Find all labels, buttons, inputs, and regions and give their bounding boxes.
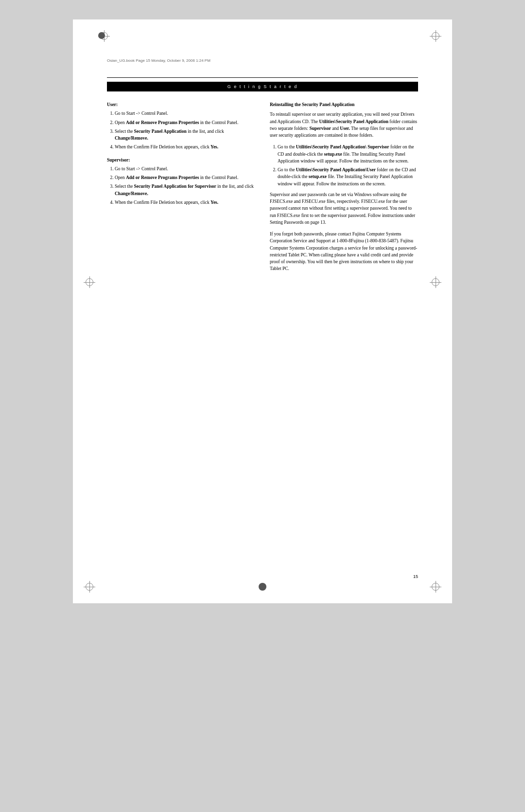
reg-mark-top-right bbox=[430, 30, 441, 42]
chapter-header: G e t t i n g S t a r t e d bbox=[107, 82, 418, 91]
right-column: Reinstalling the Security Panel Applicat… bbox=[270, 101, 418, 277]
user-step-1: Go to Start -> Control Panel. bbox=[115, 110, 255, 117]
user-label: User: bbox=[107, 101, 255, 108]
reg-mark-bottom-center bbox=[259, 583, 266, 591]
reinstall-step-1: Go to the Utilities\Security Panel Appli… bbox=[278, 144, 418, 164]
page-meta-line: Osian_UG.book Page 15 Monday, October 9,… bbox=[107, 58, 418, 63]
reinstall-paragraph-1: To reinstall supervisor or user security… bbox=[270, 111, 418, 139]
document-page: Osian_UG.book Page 15 Monday, October 9,… bbox=[73, 19, 452, 603]
reinstall-paragraph-3: If you forget both passwords, please con… bbox=[270, 231, 418, 272]
supervisor-step-2: Open Add or Remove Programs Properties i… bbox=[115, 174, 255, 181]
reinstall-paragraph-2: Supervisor and user passwords can be set… bbox=[270, 191, 418, 226]
reinstall-step-2: Go to the Utilities\Security Panel Appli… bbox=[278, 166, 418, 187]
user-step-3: Select the Security Panel Application in… bbox=[115, 128, 255, 142]
left-column: User: Go to Start -> Control Panel. Open… bbox=[107, 101, 255, 277]
reg-mark-right-mid bbox=[430, 276, 441, 288]
content-columns: User: Go to Start -> Control Panel. Open… bbox=[107, 101, 418, 277]
reinstall-title: Reinstalling the Security Panel Applicat… bbox=[270, 101, 418, 108]
user-step-4: When the Confirm File Deletion box appea… bbox=[115, 144, 255, 150]
reinstall-steps-list: Go to the Utilities\Security Panel Appli… bbox=[270, 144, 418, 187]
top-rule bbox=[107, 77, 418, 78]
supervisor-label: Supervisor: bbox=[107, 157, 255, 163]
user-step-2: Open Add or Remove Programs Properties i… bbox=[115, 119, 255, 126]
reg-mark-filled-top bbox=[98, 32, 105, 39]
reg-mark-left-mid bbox=[84, 276, 95, 288]
supervisor-steps-list: Go to Start -> Control Panel. Open Add o… bbox=[107, 165, 255, 206]
reg-mark-bottom-right bbox=[430, 581, 441, 593]
reg-mark-bottom-left bbox=[84, 581, 95, 593]
supervisor-step-3: Select the Security Panel Application fo… bbox=[115, 183, 255, 197]
page-number: 15 bbox=[413, 574, 418, 579]
supervisor-step-1: Go to Start -> Control Panel. bbox=[115, 165, 255, 172]
user-steps-list: Go to Start -> Control Panel. Open Add o… bbox=[107, 110, 255, 150]
supervisor-step-4: When the Confirm File Deletion box appea… bbox=[115, 199, 255, 206]
